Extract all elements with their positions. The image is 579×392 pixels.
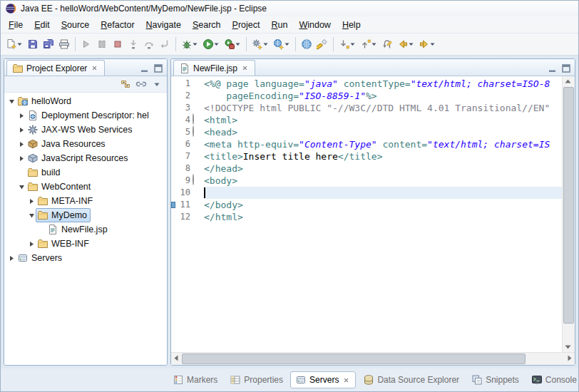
collapse-fold-icon[interactable] xyxy=(193,113,194,125)
chevron-right-icon[interactable] xyxy=(27,198,36,205)
tree-row-servers[interactable]: Servers xyxy=(4,251,167,265)
menu-search[interactable]: Search xyxy=(187,19,227,31)
code-line[interactable]: <meta http-equiv="Content-Type" content=… xyxy=(204,138,562,150)
forward-button[interactable] xyxy=(416,36,438,53)
previous-annotation-button[interactable] xyxy=(358,36,379,53)
next-annotation-button[interactable] xyxy=(337,36,358,53)
terminate-button[interactable] xyxy=(110,36,125,53)
new-servlet-button[interactable] xyxy=(250,36,271,53)
horizontal-scroll-track[interactable] xyxy=(182,353,564,365)
scroll-right-button[interactable] xyxy=(564,353,575,363)
code-line[interactable]: <html> xyxy=(204,114,562,126)
tree-row-java-resources[interactable]: Java Resources xyxy=(4,137,167,151)
tree-item-mydemo[interactable]: MyDemo xyxy=(36,208,91,222)
vertical-scroll-thumb[interactable] xyxy=(563,87,574,324)
bottom-tab-markers[interactable]: Markers xyxy=(168,371,222,388)
code-line[interactable]: </body> xyxy=(204,199,562,211)
code-line[interactable]: </head> xyxy=(204,163,562,175)
menu-run[interactable]: Run xyxy=(265,19,293,31)
code-line[interactable]: <!DOCTYPE html PUBLIC "-//W3C//DTD HTML … xyxy=(204,102,562,114)
vertical-scroll-track[interactable] xyxy=(563,87,575,341)
maximize-editor-button[interactable] xyxy=(560,62,572,74)
open-web-browser-button[interactable] xyxy=(299,36,314,53)
forward-dropdown-arrow[interactable] xyxy=(430,38,436,50)
tree-item-newfile-jsp[interactable]: NewFile.jsp xyxy=(46,222,111,237)
code-line[interactable] xyxy=(204,187,562,199)
editor-horizontal-scrollbar[interactable] xyxy=(171,352,575,365)
tree-item-jax-ws-web-services[interactable]: JAX-WS Web Services xyxy=(26,123,136,137)
collapse-all-button[interactable] xyxy=(118,78,132,91)
tree-item-servers[interactable]: Servers xyxy=(16,251,66,265)
tree-row-newfile-jsp[interactable]: NewFile.jsp xyxy=(4,222,167,237)
chevron-down-icon[interactable] xyxy=(7,98,16,105)
menu-help[interactable]: Help xyxy=(337,19,367,31)
chevron-down-icon[interactable] xyxy=(17,184,26,190)
code-line[interactable]: <%@ page language="java" contentType="te… xyxy=(204,78,562,90)
bottom-tab-console[interactable]: Console xyxy=(526,371,578,388)
last-edit-location-button[interactable] xyxy=(379,36,395,53)
search-button[interactable] xyxy=(314,36,330,53)
chevron-right-icon[interactable] xyxy=(17,141,26,148)
editor-tab-newfile-jsp[interactable]: NewFile.jsp xyxy=(173,60,255,76)
step-over-button[interactable] xyxy=(141,36,157,53)
resume-button[interactable] xyxy=(78,36,94,53)
menu-navigate[interactable]: Navigate xyxy=(140,19,187,31)
code-line[interactable]: <head> xyxy=(204,126,562,138)
step-into-button[interactable] xyxy=(125,36,141,53)
tree-item-meta-inf[interactable]: META-INF xyxy=(36,194,96,208)
code-line[interactable]: <body> xyxy=(204,175,562,187)
menu-project[interactable]: Project xyxy=(227,19,266,31)
bottom-tab-data-source-explorer[interactable]: Data Source Explorer xyxy=(358,371,464,388)
link-with-editor-button[interactable] xyxy=(134,78,148,91)
fold-marker[interactable] xyxy=(193,175,202,187)
collapse-fold-icon[interactable] xyxy=(193,125,194,137)
next-annotation-dropdown-arrow[interactable] xyxy=(350,38,356,50)
project-explorer-tab[interactable]: Project Explorer xyxy=(6,60,105,76)
tree-row-mydemo[interactable]: MyDemo xyxy=(4,208,167,222)
maximize-view-button[interactable] xyxy=(152,62,164,74)
external-tools-button[interactable] xyxy=(222,36,243,53)
debug-dropdown-arrow[interactable] xyxy=(193,38,198,50)
menu-window[interactable]: Window xyxy=(293,19,336,31)
chevron-right-icon[interactable] xyxy=(17,127,26,133)
view-menu-button[interactable] xyxy=(150,78,163,91)
code-editor[interactable]: <%@ page language="java" contentType="te… xyxy=(202,76,562,352)
tree-row-meta-inf[interactable]: META-INF xyxy=(4,194,167,208)
previous-annotation-dropdown-arrow[interactable] xyxy=(372,38,377,50)
tree-row-web-inf[interactable]: WEB-INF xyxy=(4,237,167,251)
scroll-up-button[interactable] xyxy=(563,76,573,87)
minimize-editor-button[interactable] xyxy=(546,62,558,74)
close-icon[interactable] xyxy=(342,376,351,385)
new-web-service-dropdown-arrow[interactable] xyxy=(285,38,290,50)
chevron-down-icon[interactable] xyxy=(27,212,36,219)
tree-item-helloword[interactable]: helloWord xyxy=(16,94,75,108)
menu-file[interactable]: File xyxy=(3,19,29,31)
new-wizard-button[interactable] xyxy=(4,36,25,53)
chevron-right-icon[interactable] xyxy=(7,255,16,262)
tree-item-javascript-resources[interactable]: JavaScript Resources xyxy=(26,151,132,165)
chevron-right-icon[interactable] xyxy=(17,155,26,162)
annotation-ruler[interactable] xyxy=(171,76,176,352)
external-tools-dropdown-arrow[interactable] xyxy=(235,38,241,50)
tree-item-build[interactable]: build xyxy=(26,165,63,180)
tree-row-helloword[interactable]: helloWord xyxy=(4,94,167,108)
horizontal-scroll-thumb[interactable] xyxy=(182,354,526,364)
chevron-right-icon[interactable] xyxy=(17,113,26,119)
debug-button[interactable] xyxy=(179,36,200,53)
bottom-tab-servers[interactable]: Servers xyxy=(290,371,356,388)
tree-item-java-resources[interactable]: Java Resources xyxy=(26,137,109,151)
chevron-right-icon[interactable] xyxy=(27,241,36,247)
tree-row-jax-ws-web-services[interactable]: JAX-WS Web Services xyxy=(4,123,167,137)
tree-row-javascript-resources[interactable]: JavaScript Resources xyxy=(4,151,167,165)
tree-row-build[interactable]: build xyxy=(4,165,167,180)
new-servlet-dropdown-arrow[interactable] xyxy=(263,38,269,50)
step-return-button[interactable] xyxy=(157,36,173,53)
bottom-tab-properties[interactable]: Properties xyxy=(225,371,288,388)
fold-marker[interactable] xyxy=(193,114,202,126)
tree-item-web-inf[interactable]: WEB-INF xyxy=(36,237,93,251)
bottom-tab-snippets[interactable]: Snippets xyxy=(466,371,524,388)
tree-item-webcontent[interactable]: WebContent xyxy=(26,180,94,194)
tree-row-deployment-descriptor-hel[interactable]: Deployment Descriptor: hel xyxy=(4,108,167,123)
print-button[interactable] xyxy=(56,36,72,53)
back-dropdown-arrow[interactable] xyxy=(409,38,414,50)
